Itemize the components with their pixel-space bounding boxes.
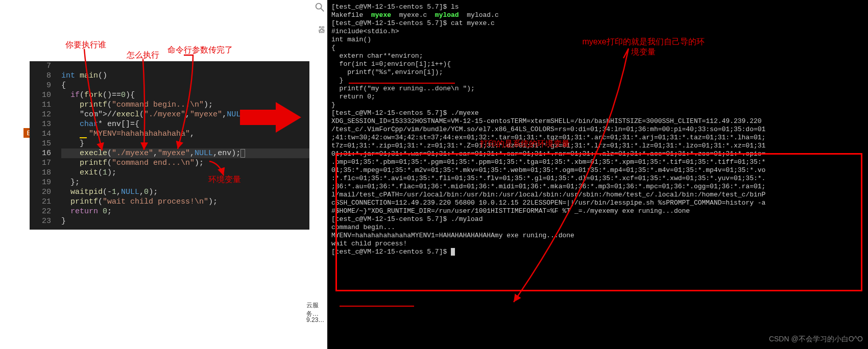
term-line: } <box>331 77 864 85</box>
side-ip-label: 9.23… <box>306 316 324 323</box>
app-icon: 器 <box>318 26 325 35</box>
term-line: ;36:*.au=01;36:*.flac=01;36:*.mid=01;36:… <box>331 183 864 191</box>
anno-env: 环境变量 <box>208 174 241 185</box>
anno-right-title: myexe打印的就是我们自己导的环 境变量 myexe打印的就是我们自己导的环境… <box>577 37 710 57</box>
code-line[interactable]: }; <box>61 178 309 187</box>
anno-sys-env: 打印的是系统的环境变量 <box>480 139 570 149</box>
term-line: MYENV=hahahahahahahaMYENV1=HAHAHAHAHAHAH… <box>331 232 864 240</box>
term-line: [test_c@VM-12-15-centos 5.7]$ ls <box>331 3 864 11</box>
side-cloud-label: 云服务… <box>306 301 327 318</box>
code-line[interactable]: execle("./myexe","myexe",NULL,env); <box>61 148 309 158</box>
code-body[interactable]: int main(){ if(fork()==0){ printf("comma… <box>61 61 309 230</box>
term-line: l/mail/test_cPATH=/usr/local/bin:/usr/bi… <box>331 191 864 199</box>
error-underline <box>80 137 87 138</box>
code-line[interactable]: int main() <box>61 71 309 81</box>
code-line[interactable]: { <box>61 81 309 90</box>
svg-marker-2 <box>240 102 301 133</box>
term-line: } <box>331 101 864 109</box>
term-line: [test_c@VM-12-15-centos 5.7]$ ./myexe <box>331 109 864 117</box>
term-line: :*.flc=01;35:*.avi=01;35:*.fli=01;35:*.f… <box>331 174 864 183</box>
svg-point-0 <box>316 4 322 9</box>
svg-line-1 <box>321 9 324 12</box>
search-icon <box>314 2 325 13</box>
term-line: printf("my exe runing...done\n "); <box>331 85 864 93</box>
code-line[interactable]: printf("wait child process!\n"); <box>61 197 309 207</box>
term-line: [test_c@VM-12-15-centos 5.7]$ cat myexe.… <box>331 19 864 28</box>
term-line: XDG_SESSION_ID=153332HOSTNAME=VM-12-15-c… <box>331 117 864 126</box>
term-line: return 0; <box>331 93 864 101</box>
code-editor[interactable]: 7891011121314151617181920212223 int main… <box>30 61 309 230</box>
anno-args: 命令行参数传完了 <box>167 45 233 56</box>
code-line[interactable]: return 0; <box>61 207 309 216</box>
term-line: command begin... <box>331 223 864 232</box>
term-line: /test_c/.VimForCpp/vim/bundle/YCM.so/el7… <box>331 126 864 134</box>
term-line: 01;35:*.mpeg=01;35:*.m2v=01;35:*.mkv=01;… <box>331 166 864 174</box>
anno-how: 怎么执行 <box>127 50 159 61</box>
line-gutter: 7891011121314151617181920212223 <box>30 61 56 230</box>
term-line: wait child process! <box>331 240 864 248</box>
code-line[interactable]: } <box>61 216 309 226</box>
term-line: cSSH_CONNECTION=112.49.239.220 56800 10.… <box>331 199 864 207</box>
term-line: [test_c@VM-12-15-centos 5.7]$ <box>331 248 864 256</box>
code-line[interactable]: printf("command end...\n"); <box>61 158 309 168</box>
code-line[interactable]: exit(1); <box>61 168 309 178</box>
code-line[interactable] <box>61 61 309 71</box>
term-line: t7z=01;31:*.zip=01;31:*.z=01;31:*.Z=01;3… <box>331 142 864 150</box>
term-line: #$HOME/~}"XDG_RUNTIME_DIR=/run/user/1001… <box>331 207 864 215</box>
code-line[interactable]: } <box>61 139 309 148</box>
left-pane: 器 E> 7891011121314151617181920212223 int… <box>0 0 327 349</box>
term-line: ;41:tw=30;42:ow=34;42:st=37;44:ex=01;32:… <box>331 134 864 142</box>
term-line: [test_c@VM-12-15-centos 5.7]$ ./myload <box>331 215 864 223</box>
anno-who: 你要执行谁 <box>65 40 106 51</box>
code-line[interactable]: if(fork()==0){ <box>61 90 309 100</box>
term-line: for(int i=0;environ[i];i++){ <box>331 60 864 68</box>
term-line: printf("%s",environ[i]); <box>331 68 864 77</box>
term-line: 01;31:*.jar=01;31:*.war=01;31:*.ear=01;3… <box>331 150 864 158</box>
big-arrow-icon <box>240 102 301 135</box>
term-line: .bmp=01;35:*.pbm=01;35:*.pgm=01;35:*.ppm… <box>331 158 864 166</box>
code-line[interactable]: waitpid(-1,NULL,0); <box>61 187 309 197</box>
term-line: #include<stdio.h> <box>331 28 864 36</box>
term-line: Makefile myexe myexe.c myload myload.c <box>331 11 864 19</box>
watermark: CSDN @不会学习的小白O^O <box>769 335 863 344</box>
